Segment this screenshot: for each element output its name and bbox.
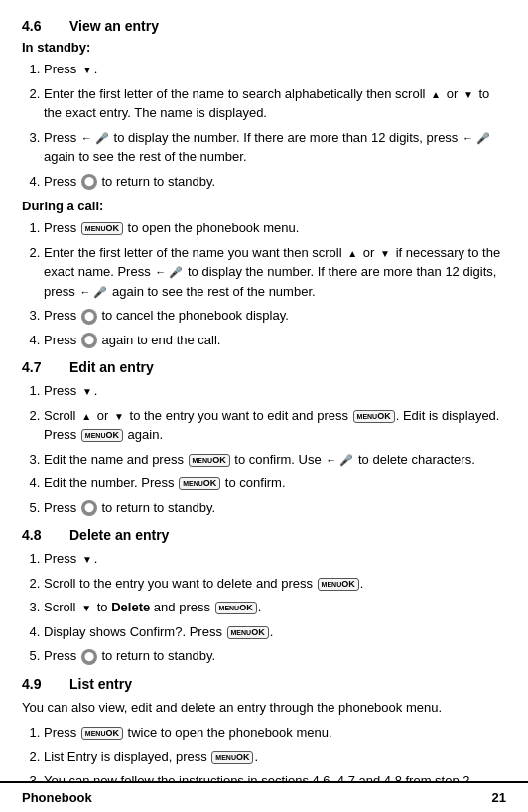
back-mic-icon: ← 🎤 (326, 452, 353, 469)
section-4-9-title: List entry (69, 676, 132, 692)
standby-label: In standby: (22, 40, 506, 55)
list-item: Press ⬤ again to end the call. (44, 331, 506, 350)
list-item: Press ▼. (44, 60, 506, 79)
down-arrow-icon: ▼ (378, 246, 392, 260)
list-item: Press MENUOK twice to open the phonebook… (44, 723, 506, 743)
end-call-icon: ⬤ (81, 309, 97, 325)
end-call-icon: ⬤ (81, 649, 97, 665)
menu-ok-button: MENUOK (81, 222, 123, 235)
delete-word: Delete (111, 600, 150, 614)
list-item: Enter the first letter of the name you w… (44, 243, 506, 302)
menu-ok-button: MENUOK (211, 751, 253, 764)
list-item: Press ⬤ to return to standby. (44, 646, 506, 666)
footer-right: 21 (492, 790, 506, 805)
end-call-icon: ⬤ (81, 174, 97, 190)
section-4-9-num: 4.9 (22, 676, 52, 692)
back-mic-icon: ← 🎤 (155, 264, 183, 281)
list-item: Scroll to the entry you want to delete a… (44, 574, 506, 594)
section-4-9: 4.9 List entry You can also view, edit a… (22, 676, 506, 791)
down-arrow-icon: ▼ (80, 553, 94, 567)
section-4-9-intro: You can also view, edit and delete an en… (22, 698, 506, 718)
back-mic-icon: ← 🎤 (81, 130, 109, 147)
list-item: Enter the first letter of the name to se… (44, 84, 506, 123)
section-4-8-heading: 4.8 Delete an entry (22, 527, 506, 543)
menu-ok-button: MENUOK (353, 410, 395, 423)
menu-ok-button: MENUOK (189, 454, 230, 467)
back-mic-icon: ← 🎤 (462, 130, 490, 147)
during-call-label: During a call: (22, 199, 506, 213)
section-4-7-num: 4.7 (22, 359, 52, 375)
section-4-7-title: Edit an entry (69, 359, 154, 375)
list-item: Press ⬤ to cancel the phonebook display. (44, 306, 506, 326)
list-item: List Entry is displayed, press MENUOK. (44, 747, 506, 767)
list-item: Press ⬤ to return to standby. (44, 498, 506, 518)
down-arrow-icon: ▼ (79, 602, 93, 615)
section-4-8-num: 4.8 (22, 527, 52, 543)
section-4-6-title: View an entry (69, 18, 159, 34)
list-item: Edit the number. Press MENUOK to confirm… (44, 474, 506, 493)
up-arrow-icon: ▲ (79, 409, 93, 423)
menu-ok-button: MENUOK (81, 727, 123, 740)
menu-ok-button: MENUOK (227, 626, 269, 639)
down-arrow-icon: ▼ (462, 87, 475, 101)
list-item: Press ⬤ to return to standby. (44, 172, 506, 192)
edit-list: Press ▼. Scroll ▲ or ▼ to the entry you … (22, 381, 506, 517)
menu-ok-button: MENUOK (179, 477, 220, 490)
list-item: Edit the name and press MENUOK to confir… (44, 450, 506, 470)
list-item: Press ▼. (44, 549, 506, 569)
menu-ok-button: MENUOK (215, 602, 257, 614)
down-arrow-icon: ▼ (80, 64, 94, 77)
up-arrow-icon: ▲ (345, 246, 359, 260)
list-item: Press ▼. (44, 381, 506, 401)
list-item: Press MENUOK to open the phonebook menu. (44, 218, 506, 238)
end-call-icon: ⬤ (81, 500, 97, 516)
list-item: Display shows Confirm?. Press MENUOK. (44, 622, 506, 642)
section-4-7: 4.7 Edit an entry Press ▼. Scroll ▲ or ▼… (22, 359, 506, 517)
page-footer: Phonebook 21 (0, 781, 528, 812)
section-4-8-title: Delete an entry (69, 527, 169, 543)
during-call-list: Press MENUOK to open the phonebook menu.… (22, 218, 506, 349)
section-4-8: 4.8 Delete an entry Press ▼. Scroll to t… (22, 527, 506, 666)
section-4-6-num: 4.6 (22, 18, 52, 34)
down-arrow-icon: ▼ (80, 385, 94, 399)
standby-list: Press ▼. Enter the first letter of the n… (22, 60, 506, 191)
up-arrow-icon: ▲ (429, 87, 443, 101)
menu-ok-button: MENUOK (81, 429, 123, 442)
list-item: Scroll ▼ to Delete and press MENUOK. (44, 598, 506, 617)
footer-left: Phonebook (22, 790, 92, 805)
list-item: Press ← 🎤 to display the number. If ther… (44, 128, 506, 167)
section-4-7-heading: 4.7 Edit an entry (22, 359, 506, 375)
section-4-9-heading: 4.9 List entry (22, 676, 506, 692)
end-call-icon: ⬤ (81, 333, 97, 348)
menu-ok-button: MENUOK (318, 578, 359, 591)
section-4-6: 4.6 View an entry In standby: Press ▼. E… (22, 18, 506, 349)
delete-list: Press ▼. Scroll to the entry you want to… (22, 549, 506, 666)
section-4-6-heading: 4.6 View an entry (22, 18, 506, 34)
back-mic-icon: ← 🎤 (79, 284, 107, 301)
list-item: Scroll ▲ or ▼ to the entry you want to e… (44, 406, 506, 445)
down-arrow-icon: ▼ (112, 409, 126, 423)
